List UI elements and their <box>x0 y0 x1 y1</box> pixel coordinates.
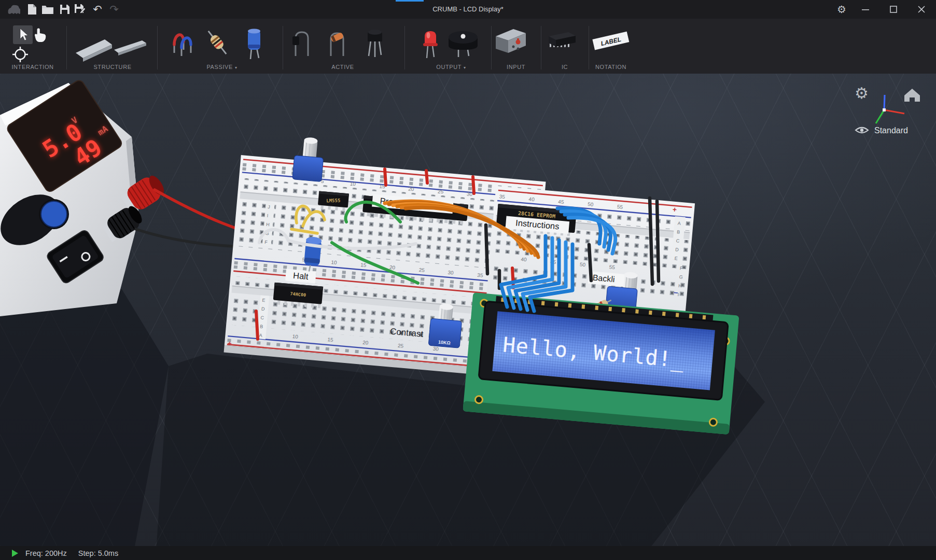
accent-indicator <box>396 0 424 2</box>
maximize-button[interactable] <box>885 1 902 18</box>
svg-text:10: 10 <box>292 333 298 340</box>
capacitor-icon <box>244 27 264 60</box>
svg-text:30: 30 <box>448 270 454 276</box>
orbit-icon <box>11 46 29 63</box>
zener-diode-button[interactable] <box>327 29 351 60</box>
view-mode-eye-icon[interactable] <box>856 128 868 133</box>
svg-text:35: 35 <box>499 193 505 200</box>
buzzer-icon <box>447 29 479 58</box>
select-tool-button[interactable] <box>13 25 33 44</box>
title-bar: ↶ ↷ CRUMB - LCD Display* ⚙ <box>0 0 936 19</box>
svg-text:B: B <box>677 229 680 234</box>
svg-text:10: 10 <box>331 259 337 265</box>
svg-text:J: J <box>268 204 270 209</box>
zener-diode-icon <box>327 29 351 58</box>
svg-text:55: 55 <box>609 264 615 270</box>
svg-text:25: 25 <box>418 267 425 273</box>
halt-text: Halt <box>293 271 309 282</box>
ic-button[interactable] <box>546 28 580 59</box>
dropdown-caret-icon: ▾ <box>464 65 466 70</box>
svg-text:30: 30 <box>432 346 439 352</box>
svg-text:A: A <box>259 332 262 338</box>
play-simulation-button[interactable] <box>11 549 19 557</box>
open-file-button[interactable] <box>40 2 55 17</box>
home-view-icon[interactable] <box>904 89 920 102</box>
section-label-interaction: INTERACTION <box>0 64 74 70</box>
transistor-button[interactable] <box>364 27 387 61</box>
jumper-wire-icon <box>170 26 198 59</box>
view-mode-label[interactable]: Standard <box>874 126 908 135</box>
svg-text:10: 10 <box>350 181 356 187</box>
section-label-notation: NOTATION <box>569 64 652 70</box>
viewport-settings-gear-icon[interactable]: ⚙ <box>855 85 869 102</box>
ic-chip-icon <box>546 28 580 57</box>
svg-text:50: 50 <box>580 261 586 268</box>
status-bar: Freq: 200Hz Step: 5.0ms <box>0 546 936 560</box>
dropdown-caret-icon: ▾ <box>235 65 238 70</box>
app-logo-icon <box>6 2 21 17</box>
svg-text:20: 20 <box>408 186 414 192</box>
svg-text:40: 40 <box>528 196 535 202</box>
svg-text:50: 50 <box>588 201 594 207</box>
svg-text:40: 40 <box>521 256 527 262</box>
led-icon <box>421 28 440 59</box>
svg-text:25: 25 <box>438 188 444 194</box>
sim-step: Step: 5.0ms <box>78 549 118 557</box>
section-label-structure: STRUCTURE <box>71 64 154 70</box>
sim-frequency: Freq: 200Hz <box>25 549 67 557</box>
led-button[interactable] <box>421 28 440 61</box>
svg-text:B: B <box>260 324 263 329</box>
breadboard-icon <box>72 32 118 62</box>
clock-potentiometer[interactable] <box>292 136 325 182</box>
svg-text:A: A <box>677 220 681 226</box>
svg-text:45: 45 <box>558 199 564 205</box>
switch-button[interactable] <box>494 26 532 59</box>
component-toolbar: LABEL INTERACTION STRUCTURE PASSIVE▾ ACT… <box>0 19 936 74</box>
pan-tool-button[interactable] <box>33 26 49 45</box>
switch-icon <box>494 26 532 57</box>
buzzer-button[interactable] <box>447 29 479 60</box>
svg-text:35: 35 <box>477 272 483 278</box>
axis-gizmo[interactable] <box>876 95 904 123</box>
viewport-widgets: ⚙ Standard <box>855 85 920 135</box>
resistor-icon <box>205 28 229 59</box>
diode-icon <box>291 29 314 58</box>
capacitor-button[interactable] <box>244 27 264 62</box>
resistor-button[interactable] <box>205 28 229 61</box>
contrast-pot-value: 10KΩ <box>438 340 451 346</box>
orbit-tool-button[interactable] <box>11 46 29 65</box>
new-file-button[interactable] <box>25 2 39 17</box>
save-button[interactable] <box>58 2 72 17</box>
svg-text:20: 20 <box>362 340 369 346</box>
undo-button[interactable]: ↶ <box>90 2 105 17</box>
svg-text:15: 15 <box>327 337 333 343</box>
window-title: CRUMB - LCD Display* <box>0 0 936 19</box>
svg-text:E: E <box>262 298 266 303</box>
hand-icon <box>33 26 49 43</box>
terminal-strip-icon <box>112 34 149 58</box>
svg-text:G: G <box>679 274 683 280</box>
svg-text:H: H <box>678 283 682 289</box>
svg-text:30: 30 <box>466 191 472 197</box>
breadboard-large-button[interactable] <box>72 32 118 64</box>
psu-knob-face[interactable] <box>41 201 67 227</box>
cursor-icon <box>13 25 33 44</box>
diode-button[interactable] <box>291 29 314 60</box>
settings-gear-icon[interactable]: ⚙ <box>833 1 850 18</box>
close-button[interactable] <box>913 1 930 18</box>
jumper-wire-button[interactable] <box>170 26 198 61</box>
svg-text:H: H <box>266 222 270 228</box>
scene-viewport[interactable]: 5.0 V 49 mA <box>0 74 936 546</box>
section-label-passive[interactable]: PASSIVE▾ <box>180 64 263 70</box>
minimize-button[interactable] <box>857 1 874 18</box>
lm555-marking: LM555 <box>326 198 340 203</box>
rail-minus-sign: − <box>673 288 678 297</box>
save-as-button[interactable] <box>73 2 88 17</box>
svg-text:25: 25 <box>397 343 403 349</box>
section-label-active: ACTIVE <box>301 64 384 70</box>
breadboard-strip-button[interactable] <box>112 34 149 60</box>
redo-button[interactable]: ↷ <box>107 2 121 17</box>
label-button[interactable]: LABEL <box>590 29 632 55</box>
svg-text:15: 15 <box>360 262 367 268</box>
lcd-module[interactable]: Hello, World!_ <box>463 292 739 435</box>
